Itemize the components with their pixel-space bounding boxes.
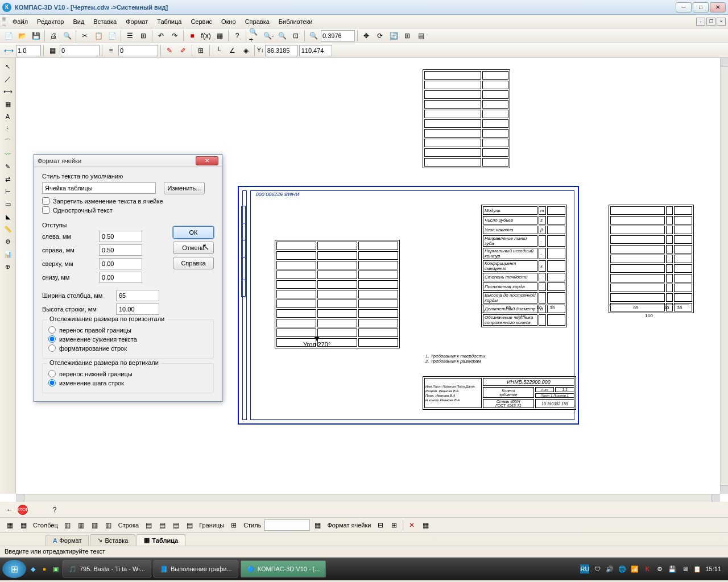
minimize-button[interactable]: ─ [676,2,692,13]
text-tool-icon[interactable]: А [2,111,14,122]
start-button[interactable]: ⊞ [2,560,26,578]
indent-top-input[interactable] [99,258,142,269]
ql-2-icon[interactable]: ● [40,564,49,573]
task-kompas[interactable]: 🔷КОМПАС-3D V10 - [... [241,560,326,577]
borders-icon[interactable]: ⊞ [228,519,240,531]
menu-view[interactable]: Вид [68,17,89,26]
row-height-input[interactable] [116,304,159,315]
table-icon[interactable]: ▦ [3,519,16,531]
delete-col-icon[interactable]: ▥ [89,519,101,531]
measure-tool-icon[interactable]: 📏 [2,223,14,235]
zoom-input[interactable] [321,30,355,41]
back-icon[interactable]: ← [3,504,16,516]
pan-icon[interactable]: ✥ [360,30,373,42]
zoom-fit-icon[interactable]: ⊡ [289,30,302,42]
task-word[interactable]: 📘Выполнение графи... [154,560,238,577]
tray-icon-8[interactable]: 🖥 [680,564,689,573]
select-tool-icon[interactable]: ↖ [2,61,14,72]
horizontal-scrollbar[interactable] [16,494,720,502]
linestyle-icon[interactable]: ≡ [105,44,117,57]
zoom-in-icon[interactable]: 🔍+ [249,30,261,42]
menu-file[interactable]: Файл [8,17,32,26]
dialog-titlebar[interactable]: Формат ячейки ✕ [34,155,222,167]
menu-window[interactable]: Окно [217,17,241,26]
insert-col-left-icon[interactable]: ▥ [61,519,74,531]
angle-icon[interactable]: ∠ [226,44,238,57]
ok-button[interactable]: ОК [173,226,214,239]
rect-tool-icon[interactable]: ▭ [2,198,14,210]
measure-icon[interactable]: ⟷ [2,44,15,57]
linestyle-select[interactable] [118,45,158,56]
split-col-icon[interactable]: ▥ [102,519,115,531]
lang-indicator[interactable]: RU [580,564,589,573]
fx-icon[interactable]: f(x) [200,30,212,42]
insert-row-above-icon[interactable]: ▤ [142,519,155,531]
help-icon[interactable]: ? [231,30,243,42]
help-context-icon[interactable]: ? [48,504,61,516]
mirror-tool-icon[interactable]: ⇄ [2,173,14,185]
open-icon[interactable]: 📂 [16,30,28,42]
change-button[interactable]: Изменить... [164,182,205,194]
close-button[interactable]: ✕ [710,2,726,13]
menu-table[interactable]: Таблица [152,17,186,26]
layer-icon[interactable]: ▦ [46,44,59,57]
paste-icon[interactable]: 📄 [106,30,118,42]
chamfer-tool-icon[interactable]: ◣ [2,211,14,222]
indent-left-input[interactable] [99,231,142,242]
snap2-icon[interactable]: ✐ [177,44,189,57]
edit-tool-icon[interactable]: ✎ [2,161,14,172]
help-button[interactable]: Справка [173,257,214,269]
zoom-out-icon[interactable]: 🔍- [262,30,275,42]
menu-libraries[interactable]: Библиотеки [274,17,317,26]
style-combo[interactable] [264,519,310,531]
maximize-button[interactable]: □ [693,2,709,13]
table2-icon[interactable]: ▦ [17,519,30,531]
redo-icon[interactable]: ↷ [168,30,181,42]
vertical-scrollbar[interactable] [720,58,728,494]
h-radio-3[interactable]: форматирование строк [48,344,208,352]
menu-service[interactable]: Сервис [186,17,217,26]
snap1-icon[interactable]: ✎ [163,44,176,57]
cell-fmt-icon[interactable]: ▦ [311,519,324,531]
delete-row-icon[interactable]: ▤ [169,519,182,531]
tray-icon-1[interactable]: 🛡 [593,564,602,573]
coord-x-input[interactable] [265,45,298,56]
indent-bottom-input[interactable] [99,272,142,283]
rotate-icon[interactable]: ⟳ [374,30,386,42]
preview-icon[interactable]: 🔍 [61,30,73,42]
merge-icon[interactable]: ⊟ [374,519,387,531]
tree-icon[interactable]: ⊞ [137,30,150,42]
menu-format[interactable]: Формат [121,17,152,26]
menu-insert[interactable]: Вставка [89,17,121,26]
style-input[interactable] [42,182,156,194]
cancel-button[interactable]: Отмена [173,242,214,254]
ortho-icon[interactable]: └ [212,44,225,57]
save-icon[interactable]: 💾 [30,30,42,42]
hatch-tool-icon[interactable]: ▦ [2,98,14,110]
tray-icon-2[interactable]: 🔊 [605,564,614,573]
export-icon[interactable]: ▦ [419,519,432,531]
tab-table[interactable]: ▦Таблица [136,534,185,546]
mdi-minimize-button[interactable]: - [696,18,705,26]
menu-help[interactable]: Справка [241,17,274,26]
properties-icon[interactable]: ☰ [123,30,136,42]
trim-tool-icon[interactable]: ⊢ [2,186,14,197]
misc-tool-icon[interactable]: ⊕ [2,261,14,272]
cut-icon[interactable]: ✂ [78,30,91,42]
ql-3-icon[interactable]: ▣ [51,564,60,573]
dialog-close-button[interactable]: ✕ [196,156,218,165]
ql-1-icon[interactable]: ◆ [28,564,38,573]
insert-col-right-icon[interactable]: ▥ [75,519,88,531]
lib-icon[interactable]: ■ [186,30,198,42]
v-radio-2[interactable]: изменение шага строк [48,379,208,386]
layers-icon[interactable]: ▤ [415,30,427,42]
tray-icon-7[interactable]: 💾 [668,564,677,573]
split-row-icon[interactable]: ▤ [183,519,196,531]
line-tool-icon[interactable]: ／ [2,73,14,85]
scale-select[interactable] [16,45,41,56]
arc-tool-icon[interactable]: ⌒ [2,136,14,147]
undo-icon[interactable]: ↶ [155,30,167,42]
lock-text-checkbox[interactable]: Запретить изменение текста в ячейке [42,197,214,205]
print-icon[interactable]: 🖨 [47,30,60,42]
spline-tool-icon[interactable]: 〰 [2,148,14,160]
